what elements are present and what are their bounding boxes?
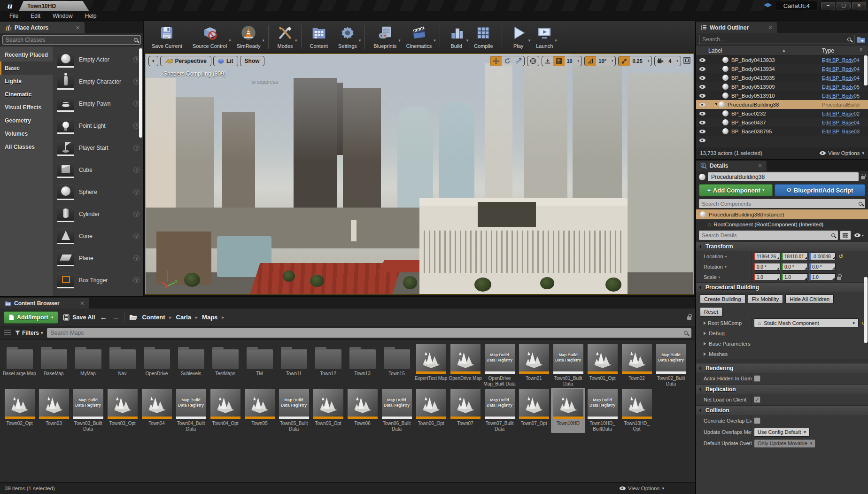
edit-blueprint-link[interactable]: Edit BP_Base04 (822, 120, 860, 125)
property-label[interactable]: Scale▾ (696, 274, 752, 280)
asset-tile-town01[interactable]: Town01 (517, 343, 551, 388)
edit-blueprint-link[interactable]: Edit BP_Body05 (822, 84, 860, 90)
asset-tile-town03-opt[interactable]: Town03_Opt (105, 388, 140, 433)
transform-value-input[interactable]: 0.0 ° (809, 263, 836, 270)
table-row[interactable]: BP_Body0513909Edit BP_Body05 (696, 82, 868, 91)
transform-value-input[interactable]: 1.0 (782, 273, 808, 281)
show-flags-button[interactable]: Show (240, 56, 264, 66)
search-maps-input[interactable]: Search Maps (47, 328, 691, 338)
asset-tile-exporttest-map[interactable]: ExportTest Map (414, 343, 448, 388)
asset-tile-town07[interactable]: Town07 (448, 388, 482, 433)
close-icon[interactable]: ✕ (80, 300, 85, 307)
view-options-button[interactable]: View Options▾ (620, 486, 664, 491)
place-item-cube[interactable]: Cube? (57, 159, 143, 181)
sidebar-item-cinematic[interactable]: Cinematic (0, 88, 53, 101)
breadcrumb-maps[interactable]: Maps (202, 314, 217, 321)
actor-type[interactable]: Edit BP_Body04 (822, 75, 868, 81)
surface-snap-button[interactable] (542, 56, 553, 66)
asset-tile-baselarge-map[interactable]: BaseLarge Map (2, 343, 37, 388)
transform-value-input[interactable]: 18410.01 (782, 253, 808, 260)
save-all-button[interactable]: Save All (63, 314, 95, 321)
chevron-down-icon[interactable]: ▾ (359, 38, 361, 43)
asset-tile-town10hd-opt[interactable]: Town10HD_ Opt (620, 388, 654, 433)
camera-speed-value[interactable]: 4 (666, 56, 674, 66)
cinematics-button[interactable]: Cinematics (402, 24, 436, 50)
details-scrollbar[interactable] (864, 277, 868, 343)
asset-tile-town06-opt[interactable]: Town06_Opt (414, 388, 448, 433)
view-options-button[interactable]: View Options▾ (820, 150, 864, 156)
asset-tile-town02-built-data[interactable]: Map Build Data RegistryTown02_Built Data (654, 343, 688, 388)
actor-type[interactable]: Edit BP_Body05 (822, 84, 868, 90)
chevron-down-icon[interactable]: ▾ (466, 38, 469, 43)
simready-button[interactable]: SimReady (232, 24, 265, 50)
close-icon[interactable]: ✕ (758, 162, 762, 169)
outliner-scrollbar[interactable] (864, 55, 868, 85)
sidebar-item-volumes[interactable]: Volumes (0, 127, 53, 140)
tutorial-icon[interactable] (764, 3, 772, 8)
property-label[interactable]: Location▾ (696, 254, 752, 259)
chevron-down-icon[interactable]: ▾ (528, 38, 531, 43)
maximize-viewport-button[interactable] (683, 57, 690, 66)
asset-tile-town01-opt[interactable]: Town01_Opt (585, 343, 620, 388)
chevron-down-icon[interactable]: ▾ (262, 38, 264, 43)
collapsed-category-base-parameters[interactable]: Base Parameters (696, 339, 868, 349)
eye-icon[interactable] (696, 121, 708, 124)
asset-tile-town05-opt[interactable]: Town05_Opt (311, 388, 345, 433)
menu-window[interactable]: Window (47, 12, 78, 20)
level-viewport[interactable]: Shaders Compiling (809) to suppress ▾ Pe… (145, 54, 694, 294)
asset-tile-testmaps[interactable]: TestMaps (208, 343, 242, 388)
asset-tile-opendrive-map[interactable]: OpenDrive Map (448, 343, 482, 388)
create-folder-icon[interactable] (857, 36, 865, 43)
search-details-input[interactable]: Search Details (699, 231, 838, 240)
actor-name-field[interactable]: ProceduralBuilding38 (708, 172, 859, 181)
close-button[interactable]: ✕ (852, 2, 866, 9)
asset-tile-town07-built-data[interactable]: Map Build Data RegistryTown07_Built Data (482, 388, 517, 433)
asset-tile-basemap[interactable]: BaseMap (37, 343, 71, 388)
actor-type[interactable]: Edit BP_Base03 (822, 129, 868, 134)
display-filter-button[interactable] (840, 231, 851, 240)
asset-tile-town03[interactable]: Town03 (37, 388, 71, 433)
place-item-cylinder[interactable]: Cylinder? (57, 203, 143, 225)
actor-type[interactable]: Edit BP_Body04 (822, 66, 868, 72)
property-label[interactable]: Rotation▾ (696, 264, 752, 270)
help-icon[interactable]: ? (133, 211, 140, 217)
chevron-down-icon[interactable]: ▾ (229, 38, 231, 43)
help-icon[interactable]: ? (133, 233, 140, 239)
transform-value-input[interactable]: 1.0 (809, 273, 836, 281)
asset-tile-sublevels[interactable]: Sublevels (174, 343, 208, 388)
place-item-sphere[interactable]: Sphere? (57, 181, 143, 203)
table-row[interactable]: BP_Base0232Edit BP_Base02 (696, 109, 868, 118)
close-icon[interactable]: ✕ (768, 24, 773, 31)
section-header-transform[interactable]: Transform (696, 241, 868, 251)
table-row[interactable]: ProceduralBuilding38ProceduralBuildi (696, 100, 868, 109)
edit-blueprint-link[interactable]: Edit BP_Base03 (822, 129, 860, 134)
search-components-input[interactable]: Search Components (699, 199, 865, 208)
asset-tile-nav[interactable]: Nav (105, 343, 140, 388)
lock-icon[interactable] (837, 277, 841, 280)
edit-blueprint-link[interactable]: Edit BP_Base02 (822, 111, 860, 116)
sources-panel-icon[interactable] (4, 330, 11, 336)
camera-speed-button[interactable] (655, 56, 666, 66)
play-button[interactable]: Play (506, 24, 531, 50)
chevron-down-icon[interactable]: ▾ (555, 38, 557, 43)
chevron-down-icon[interactable]: ▾ (674, 56, 681, 66)
root-smcomp-dropdown[interactable]: ⌂Static Mesh Component▾ (754, 318, 859, 327)
visibility-filter-button[interactable]: ▾ (853, 233, 865, 238)
place-item-empty-pawn[interactable]: Empty Pawn? (57, 93, 143, 115)
help-icon[interactable]: ? (133, 167, 140, 173)
rotation-snap-button[interactable] (585, 56, 596, 66)
eye-icon[interactable] (696, 103, 708, 107)
asset-tile-town06[interactable]: Town06 (345, 388, 380, 433)
outliner-column-header[interactable]: Label▲ Type⇵ (696, 46, 868, 55)
eye-icon[interactable] (696, 76, 708, 80)
chevron-down-icon[interactable]: ▾ (575, 56, 582, 66)
rotation-snap-value[interactable]: 10° (596, 56, 609, 66)
table-row[interactable]: BP_Body0513910Edit BP_Body05 (696, 91, 868, 100)
outliner-search-input[interactable]: Search... (699, 35, 854, 44)
asset-tile-town13[interactable]: Town13 (345, 343, 380, 388)
asset-tile-town10hd-builtdata[interactable]: Map Build Data RegistryTown10HD_ BuiltDa… (585, 388, 620, 433)
collapsed-category-debug[interactable]: Debug (696, 328, 868, 339)
help-icon[interactable]: ? (133, 277, 140, 283)
transform-value-input[interactable]: -0.00048 (809, 253, 836, 260)
actor-type[interactable]: Edit BP_Body05 (822, 93, 868, 99)
